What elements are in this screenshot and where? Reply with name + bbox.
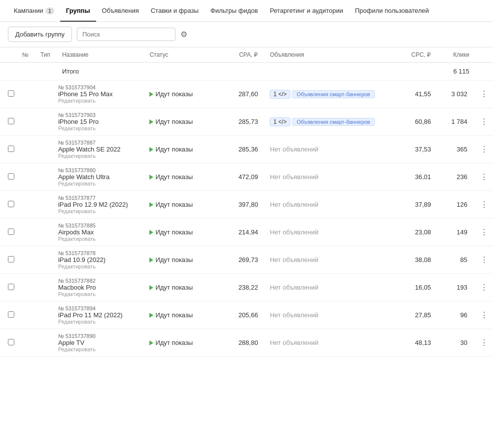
row-menu-cell: ⋮ [475,219,493,246]
row-edit-link[interactable]: Редактировать [58,181,141,187]
row-name-cell: № 5315737890 Apple TV Редактировать [56,329,143,357]
row-checkbox[interactable] [8,256,14,262]
row-ads: Нет объявлений [264,219,393,246]
row-status: Идут показы [143,163,220,191]
row-name-cell: № 5315737877 iPad Pro 12.9 M2 (2022) Ред… [56,191,143,219]
row-menu-button[interactable]: ⋮ [477,172,491,182]
row-status: Идут показы [143,191,220,219]
nav-item-ads[interactable]: Объявления [96,0,145,22]
row-cpa: 397,80 [220,191,264,219]
nav-item-profiles[interactable]: Профили пользователей [349,0,435,22]
row-checkbox[interactable] [8,90,14,97]
ads-label[interactable]: Объявления смарт-баннеров [292,90,375,98]
status-active: Идут показы [149,146,214,153]
filter-icon[interactable]: ⚙ [180,30,187,39]
row-edit-link[interactable]: Редактировать [58,98,141,104]
row-edit-link[interactable]: Редактировать [58,125,141,131]
row-checkbox-cell [0,301,16,329]
row-title: Apple Watch Ultra [58,173,141,181]
status-active: Идут показы [149,201,214,208]
add-group-button[interactable]: Добавить группу [8,27,72,42]
total-ads-cell [264,63,393,80]
row-cpa: 205,66 [220,301,264,329]
row-clicks: 85 [437,246,475,274]
table-row: № 5315737882 Macbook Pro Редактировать И… [0,274,493,301]
row-edit-link[interactable]: Редактировать [58,263,141,269]
ads-label[interactable]: Объявления смарт-баннеров [292,118,375,126]
status-active: Идут показы [149,256,214,263]
row-menu-cell: ⋮ [475,329,493,357]
row-id: № 5315737904 [58,84,141,90]
row-cpa: 269,73 [220,246,264,274]
row-name-cell: № 5315737894 iPad Pro 11 M2 (2022) Редак… [56,301,143,329]
no-ads-label: Нет объявлений [270,311,318,319]
table-row: № 5315737903 iPhone 15 Pro Редактировать… [0,108,493,136]
nav-item-retargeting[interactable]: Ретаргетинг и аудитории [264,0,349,22]
row-checkbox[interactable] [8,311,14,318]
row-edit-link[interactable]: Редактировать [58,153,141,159]
row-menu-button[interactable]: ⋮ [477,337,491,348]
nav-item-bids[interactable]: Ставки и фразы [145,0,205,22]
row-status: Идут показы [143,108,220,136]
row-edit-link[interactable]: Редактировать [58,291,141,297]
row-checkbox[interactable] [8,228,14,235]
row-checkbox[interactable] [8,173,14,180]
row-edit-link[interactable]: Редактировать [58,208,141,214]
status-dot-icon [149,147,153,152]
row-menu-button[interactable]: ⋮ [477,255,491,265]
total-clicks: 6 115 [437,63,475,80]
row-menu-button[interactable]: ⋮ [477,144,491,154]
row-cpc: 38,08 [393,246,437,274]
total-row: Итого 6 115 [0,63,493,80]
row-checkbox[interactable] [8,146,14,152]
row-ads: Нет объявлений [264,191,393,219]
row-status: Идут показы [143,219,220,246]
no-ads-label: Нет объявлений [270,146,318,153]
row-name-cell: № 5315737880 Apple Watch Ultra Редактиро… [56,163,143,191]
row-menu-button[interactable]: ⋮ [477,199,491,210]
status-active: Идут показы [149,118,214,125]
row-menu-button[interactable]: ⋮ [477,89,491,99]
status-active: Идут показы [149,228,214,236]
row-menu-button[interactable]: ⋮ [477,116,491,127]
row-menu-button[interactable]: ⋮ [477,227,491,237]
nav-item-feed-filters[interactable]: Фильтры фидов [205,0,264,22]
ads-count[interactable]: 1 </> [270,117,290,126]
nav-item-campaigns[interactable]: Кампании1 [8,0,60,22]
ads-count[interactable]: 1 </> [270,90,290,99]
row-ads: 1 </> Объявления смарт-баннеров [264,80,393,108]
row-title: iPhone 15 Pro [58,118,141,125]
status-dot-icon [149,313,153,318]
row-checkbox[interactable] [8,284,14,290]
row-cpa: 214,94 [220,219,264,246]
row-menu-cell: ⋮ [475,108,493,136]
row-checkbox[interactable] [8,339,14,345]
search-box [77,28,176,41]
total-check-cell [0,63,16,80]
row-checkbox[interactable] [8,118,14,124]
row-menu-button[interactable]: ⋮ [477,310,491,320]
row-checkbox[interactable] [8,201,14,207]
ads-badge: 1 </> Объявления смарт-баннеров [270,117,374,126]
table-row: № 5315737877 iPad Pro 12.9 M2 (2022) Ред… [0,191,493,219]
nav-item-groups[interactable]: Группы [60,0,96,22]
row-cpa: 285,73 [220,108,264,136]
row-checkbox-cell [0,108,16,136]
row-status: Идут показы [143,246,220,274]
search-input[interactable] [82,31,170,38]
row-no [16,219,35,246]
row-menu-cell: ⋮ [475,80,493,108]
row-title: Apple Watch SE 2022 [58,146,141,153]
row-checkbox-cell [0,136,16,163]
row-type-icon [35,329,56,357]
row-clicks: 149 [437,219,475,246]
row-name-cell: № 5315737904 iPhone 15 Pro Max Редактиро… [56,80,143,108]
row-edit-link[interactable]: Редактировать [58,236,141,242]
row-edit-link[interactable]: Редактировать [58,319,141,325]
table-row: № 5315737890 Apple TV Редактировать Идут… [0,329,493,357]
row-menu-button[interactable]: ⋮ [477,282,491,293]
row-name-cell: № 5315737882 Macbook Pro Редактировать [56,274,143,301]
col-header-no: № [16,47,35,63]
row-edit-link[interactable]: Редактировать [58,346,141,352]
status-active: Идут показы [149,311,214,319]
